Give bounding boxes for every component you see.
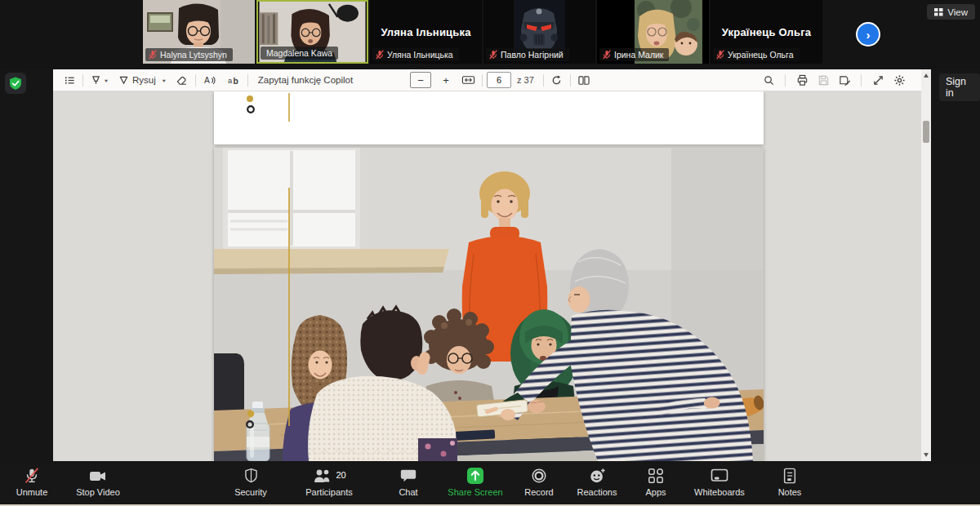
highlight-button[interactable]: ▾ [87, 72, 110, 89]
muted-mic-icon [149, 50, 157, 60]
save-button[interactable] [814, 72, 832, 89]
muted-mic-icon [603, 50, 611, 60]
whiteboards-button[interactable]: Whiteboards [686, 467, 753, 497]
eraser-icon [176, 74, 188, 87]
two-page-view-icon [577, 74, 590, 87]
toolbar-separator [247, 74, 248, 87]
save-as-button[interactable] [835, 72, 853, 89]
ask-copilot-label: Zapytaj funkcję Copilot [258, 75, 353, 85]
participant-name: Українець Ольга [728, 50, 794, 60]
scroll-down-arrow[interactable] [924, 453, 929, 457]
participant-tile-uliana[interactable]: Уляна Ільницька Уляна Ільницька [370, 0, 482, 64]
participant-name-label: Halyna Lytsyshyn [145, 48, 233, 61]
zoom-out-button[interactable]: − [410, 72, 431, 88]
vertical-scrollbar[interactable] [921, 69, 931, 461]
participant-tile-magdalena[interactable]: Magdalena Kawa [256, 0, 368, 64]
reactions-button[interactable]: Reactions [570, 467, 624, 497]
participant-tile-halyna[interactable]: Halyna Lytsyshyn [143, 0, 255, 64]
chat-button[interactable]: Chat [387, 467, 430, 497]
pdf-page-previous [214, 91, 764, 144]
next-participants-button[interactable]: › [856, 22, 880, 47]
toolbar-separator [195, 74, 196, 87]
draw-button[interactable]: Rysuj ▾ [115, 72, 168, 89]
gold-annotation-dot [247, 411, 254, 417]
gear-icon [893, 74, 906, 87]
zoom-meeting-window: Halyna Lytsyshyn [0, 0, 980, 506]
participant-tile-iryna[interactable]: Ірина Малик [597, 0, 709, 64]
sign-in-button[interactable]: Sign in [939, 73, 980, 101]
print-button[interactable] [793, 72, 811, 89]
settings-button[interactable] [890, 72, 908, 89]
toolbar-separator [861, 74, 862, 87]
fullscreen-button[interactable] [869, 72, 887, 89]
participant-name: Magdalena Kawa [266, 48, 332, 58]
search-button[interactable] [760, 72, 777, 89]
gold-bullet [247, 95, 253, 102]
page-number-input[interactable] [487, 72, 511, 88]
meeting-secure-badge[interactable] [5, 73, 26, 94]
erase-button[interactable] [173, 72, 191, 89]
pdf-viewport[interactable] [53, 91, 921, 461]
participant-name: Ірина Малик [614, 50, 663, 60]
toolbar-separator [543, 74, 544, 87]
zoom-in-button[interactable]: + [436, 72, 456, 88]
whiteboard-icon [710, 467, 729, 485]
apps-button[interactable]: Apps [636, 467, 675, 497]
stop-video-label: Stop Video [76, 487, 120, 497]
fit-to-width-button[interactable] [459, 72, 478, 89]
unmute-button[interactable]: Unmute [7, 467, 57, 497]
participant-tile-pavlo[interactable]: Павло Нагірний [483, 0, 595, 64]
reactions-label: Reactions [577, 487, 617, 497]
translate-button[interactable]: a b [225, 72, 243, 89]
read-aloud-icon: A [203, 74, 216, 87]
fullscreen-icon [872, 74, 884, 87]
participant-name-label: Павло Нагірний [486, 48, 569, 61]
rotate-icon [550, 74, 563, 87]
apps-label: Apps [645, 487, 666, 497]
notes-button[interactable]: Notes [768, 467, 811, 497]
page-count-label: z 37 [517, 75, 534, 85]
document-photo [214, 148, 764, 461]
read-aloud-button[interactable]: A [200, 72, 218, 89]
participants-button[interactable]: 20 Participants [298, 467, 360, 497]
participants-video-strip: Halyna Lytsyshyn [0, 0, 980, 69]
toolbar-separator [785, 74, 786, 87]
scroll-up-arrow[interactable] [924, 73, 929, 78]
security-button[interactable]: Security [225, 467, 277, 497]
chat-bubble-icon [399, 467, 417, 485]
chat-label: Chat [399, 487, 417, 497]
search-icon [763, 74, 775, 87]
participant-name-label: Уляна Ільницька [372, 48, 459, 61]
save-icon [817, 74, 830, 87]
notes-icon [782, 467, 798, 485]
ask-copilot-button[interactable]: Zapytaj funkcję Copilot [252, 72, 355, 89]
view-button[interactable]: View [927, 4, 975, 20]
chevron-down-icon: ▾ [105, 77, 108, 82]
unmute-label: Unmute [16, 487, 48, 497]
green-shield-check-icon [9, 77, 22, 91]
whiteboards-label: Whiteboards [694, 487, 745, 497]
stop-video-button[interactable]: Stop Video [69, 467, 127, 497]
page-annotations [214, 91, 764, 144]
muted-microphone-icon [23, 467, 41, 485]
svg-text:A: A [204, 76, 210, 85]
share-screen-button[interactable]: Share Screen [443, 467, 507, 497]
record-label: Record [524, 487, 553, 497]
fit-width-icon [461, 74, 475, 86]
rotate-button[interactable] [548, 72, 566, 89]
sign-in-label: Sign in [946, 76, 966, 99]
participants-count-badge: 20 [336, 470, 345, 480]
participants-icon: 20 [312, 467, 345, 485]
scrollbar-thumb[interactable] [923, 121, 929, 143]
participant-tile-olha[interactable]: Українець Ольга Українець Ольга [710, 0, 822, 64]
record-button[interactable]: Record [514, 467, 564, 497]
svg-text:b: b [233, 77, 238, 86]
page-view-button[interactable] [575, 72, 593, 89]
record-icon [530, 467, 548, 485]
table-of-contents-button[interactable] [60, 72, 78, 89]
zoom-page-cluster: − + z 37 [410, 69, 593, 91]
print-icon [796, 74, 808, 87]
participant-name-label: Ірина Малик [599, 48, 669, 61]
ring-bullet [247, 106, 254, 113]
security-label: Security [234, 487, 267, 497]
